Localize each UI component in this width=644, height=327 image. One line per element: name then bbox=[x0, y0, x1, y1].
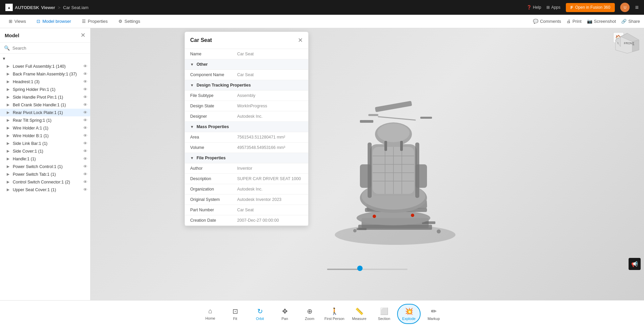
tool-orbit-button[interactable]: ↻ Orbit bbox=[248, 304, 272, 324]
tool-explode-button[interactable]: 💥 Explode bbox=[397, 304, 421, 324]
properties-panel: Car Seat ✕ Name Car Seat ▼ Other Compone… bbox=[184, 32, 309, 226]
tree-item[interactable]: ▶ Bell Crank Side Handle:1 (1) 👁 bbox=[0, 101, 90, 109]
tree-item[interactable]: ▶ Rear Pivot Lock Plate:1 (1) 👁 bbox=[0, 109, 90, 116]
visibility-toggle-icon[interactable]: 👁 bbox=[83, 95, 88, 100]
tree-item[interactable]: ▶ Upper Seat Cover:1 (1) 👁 bbox=[0, 186, 90, 194]
props-section-header[interactable]: ▼ Other bbox=[185, 59, 308, 70]
tree-item-left: ▶ Side Cover:1 (1) bbox=[7, 149, 43, 154]
visibility-toggle-icon[interactable]: 👁 bbox=[83, 87, 88, 92]
tree-root-chevron[interactable]: ▼ bbox=[2, 56, 6, 61]
tool-section-button[interactable]: ⬜ Section bbox=[372, 304, 396, 324]
search-input[interactable] bbox=[12, 46, 86, 51]
print-label: Print bbox=[573, 19, 582, 24]
share-button[interactable]: 🔗 Share bbox=[621, 19, 640, 24]
pan-label: Pan bbox=[281, 317, 288, 321]
tree-item[interactable]: ▶ Handle:1 (1) 👁 bbox=[0, 155, 90, 163]
visibility-toggle-icon[interactable]: 👁 bbox=[83, 164, 88, 169]
props-section-header[interactable]: ▼ Mass Properties bbox=[185, 122, 308, 132]
tree-item-left: ▶ Rear Pivot Lock Plate:1 (1) bbox=[7, 110, 63, 115]
tab-views[interactable]: ⊞ Views bbox=[4, 17, 31, 26]
section-chevron: ▼ bbox=[190, 83, 194, 87]
props-key: Component Name bbox=[190, 72, 237, 77]
section-label: Section bbox=[378, 317, 390, 321]
visibility-toggle-icon[interactable]: 👁 bbox=[83, 102, 88, 107]
visibility-toggle-icon[interactable]: 👁 bbox=[83, 110, 88, 115]
props-section-header[interactable]: ▼ Design Tracking Properties bbox=[185, 80, 308, 91]
props-val: Autodesk Inc. bbox=[237, 114, 263, 119]
props-val: Car Seat bbox=[237, 208, 254, 212]
tab-properties[interactable]: ☰ Properties bbox=[77, 17, 112, 26]
tree-item[interactable]: ▶ Side Link Bar:1 (1) 👁 bbox=[0, 140, 90, 147]
tree-item-label: Power Switch Control:1 (1) bbox=[13, 164, 63, 169]
visibility-toggle-icon[interactable]: 👁 bbox=[83, 133, 88, 138]
apps-button[interactable]: ⊞ Apps bbox=[546, 5, 560, 10]
tree-item[interactable]: ▶ Wire Holder B:1 (1) 👁 bbox=[0, 132, 90, 140]
tool-pan-button[interactable]: ✥ Pan bbox=[273, 304, 297, 324]
tree-item[interactable]: ▶ Rear Tilt Spring:1 (1) 👁 bbox=[0, 116, 90, 124]
help-button[interactable]: ❓ Help bbox=[527, 5, 541, 10]
props-key: Designer bbox=[190, 114, 237, 119]
tab-settings[interactable]: ⚙ Settings bbox=[114, 17, 145, 26]
visibility-toggle-icon[interactable]: 👁 bbox=[83, 172, 88, 177]
hamburger-icon[interactable]: ≡ bbox=[635, 4, 639, 11]
tool-measure-button[interactable]: 📏 Measure bbox=[347, 304, 371, 324]
svg-rect-37 bbox=[415, 143, 419, 198]
comments-label: Comments bbox=[540, 19, 561, 24]
tree-item-chevron: ▶ bbox=[7, 72, 11, 76]
visibility-toggle-icon[interactable]: 👁 bbox=[83, 141, 88, 146]
tree-item[interactable]: ▶ Back Frame Main Assembly:1 (37) 👁 bbox=[0, 70, 90, 78]
breadcrumb-file[interactable]: Car Seat.iam bbox=[63, 5, 89, 10]
tree-item[interactable]: ▶ Spring Holder Pin:1 (1) 👁 bbox=[0, 86, 90, 93]
visibility-toggle-icon[interactable]: 👁 bbox=[83, 179, 88, 184]
avatar[interactable]: U bbox=[620, 3, 630, 12]
props-key: Organization bbox=[190, 187, 237, 192]
tool-home-button[interactable]: ⌂ Home bbox=[199, 304, 222, 324]
props-name-val: Car Seat bbox=[237, 52, 254, 56]
props-section-header[interactable]: ▼ File Properties bbox=[185, 153, 308, 163]
tree-item[interactable]: ▶ Power Switch Control:1 (1) 👁 bbox=[0, 163, 90, 170]
tool-fit-button[interactable]: ⊡ Fit bbox=[223, 304, 247, 324]
visibility-toggle-icon[interactable]: 👁 bbox=[83, 118, 88, 123]
tree-item[interactable]: ▶ Wire Holder A:1 (1) 👁 bbox=[0, 124, 90, 132]
visibility-toggle-icon[interactable]: 👁 bbox=[83, 156, 88, 161]
props-key: Design State bbox=[190, 104, 237, 108]
visibility-toggle-icon[interactable]: 👁 bbox=[83, 125, 88, 130]
section-title: Design Tracking Properties bbox=[197, 83, 251, 88]
help-label: Help bbox=[533, 5, 541, 10]
props-content: Name Car Seat ▼ Other Component Name Car… bbox=[185, 49, 308, 226]
tool-first_person-button[interactable]: 🚶 First Person bbox=[323, 304, 346, 324]
orientation-cube[interactable]: FRONT R T bbox=[614, 32, 641, 55]
fusion-button[interactable]: F Open in Fusion 360 bbox=[566, 3, 615, 12]
tree-item-label: Side Cover:1 (1) bbox=[13, 149, 43, 154]
cube-svg: FRONT R T bbox=[614, 32, 641, 55]
visibility-toggle-icon[interactable]: 👁 bbox=[83, 64, 88, 69]
screenshot-button[interactable]: 📷 Screenshot bbox=[587, 19, 616, 24]
tree-item[interactable]: ▶ Headrest:1 (3) 👁 bbox=[0, 78, 90, 86]
explode-slider[interactable] bbox=[327, 269, 408, 270]
tree-item-chevron: ▶ bbox=[7, 95, 11, 99]
tree-item[interactable]: ▶ Power Switch Tab:1 (1) 👁 bbox=[0, 170, 90, 178]
tree-item-label: Power Switch Tab:1 (1) bbox=[13, 172, 56, 177]
visibility-toggle-icon[interactable]: 👁 bbox=[83, 71, 88, 76]
tab-model-browser[interactable]: ⊡ Model browser bbox=[32, 17, 75, 26]
visibility-toggle-icon[interactable]: 👁 bbox=[83, 79, 88, 84]
props-close-button[interactable]: ✕ bbox=[298, 37, 303, 44]
comments-button[interactable]: 💬 Comments bbox=[533, 19, 561, 24]
help-icon: ❓ bbox=[527, 5, 532, 10]
speaker-button[interactable]: 📢 bbox=[629, 258, 641, 270]
tree-item[interactable]: ▶ Side Cover:1 (1) 👁 bbox=[0, 147, 90, 155]
svg-point-18 bbox=[373, 215, 376, 218]
sec-tabs: ⊞ Views ⊡ Model browser ☰ Properties ⚙ S… bbox=[4, 17, 145, 26]
visibility-toggle-icon[interactable]: 👁 bbox=[83, 149, 88, 154]
tree-item[interactable]: ▶ Lower Full Assembly:1 (140) 👁 bbox=[0, 62, 90, 70]
visibility-toggle-icon[interactable]: 👁 bbox=[83, 187, 88, 192]
props-row: Volume 49573548.54953166 mm³ bbox=[185, 143, 308, 153]
props-title: Car Seat bbox=[190, 37, 212, 43]
tool-markup-button[interactable]: ✏ Markup bbox=[422, 304, 445, 324]
tree-item[interactable]: ▶ Side Handle Pivot Pin:1 (1) 👁 bbox=[0, 93, 90, 101]
print-button[interactable]: 🖨 Print bbox=[567, 19, 582, 24]
sidebar-close-button[interactable]: ✕ bbox=[80, 32, 86, 39]
tool-zoom-button[interactable]: ⊕ Zoom bbox=[298, 304, 321, 324]
viewport[interactable]: Car Seat ✕ Name Car Seat ▼ Other Compone… bbox=[91, 28, 644, 300]
tree-item[interactable]: ▶ Control Switch Connector:1 (2) 👁 bbox=[0, 178, 90, 186]
